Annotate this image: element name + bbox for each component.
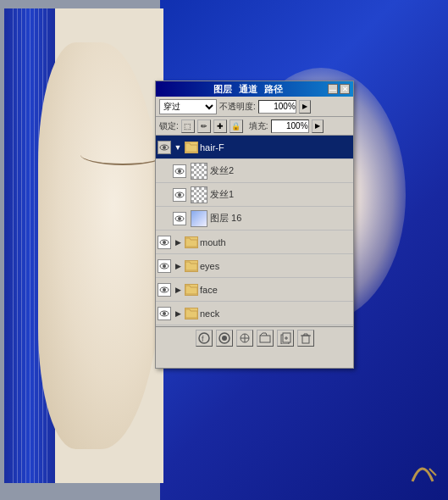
folder-icon — [185, 236, 198, 248]
layer-row[interactable]: 发丝2 — [156, 159, 353, 183]
layer-name: mouth — [200, 237, 351, 247]
panel-toolbar1: 穿过 不透明度: ▶ — [156, 97, 353, 117]
svg-point-12 — [163, 264, 166, 268]
layer-thumbnail — [191, 210, 207, 227]
svg-point-10 — [163, 241, 166, 244]
lock-pixel-button[interactable]: ✏ — [197, 119, 211, 133]
tab-paths[interactable]: 路径 — [264, 83, 283, 96]
eye-toggle[interactable] — [158, 307, 171, 320]
layer-row[interactable]: 发丝1 — [156, 183, 353, 207]
layer-row[interactable]: ▶ eyes — [156, 254, 353, 278]
svg-point-8 — [178, 217, 181, 220]
svg-rect-26 — [260, 336, 270, 342]
svg-point-14 — [163, 288, 166, 292]
fill-arrow[interactable]: ▶ — [312, 119, 324, 133]
layer-expand-arrow[interactable]: ▼ — [173, 142, 183, 153]
fill-label: 填充: — [249, 120, 268, 132]
hair-line — [30, 8, 30, 483]
svg-point-4 — [178, 169, 181, 173]
svg-point-6 — [178, 193, 181, 197]
hair-line — [13, 8, 14, 483]
svg-point-19 — [199, 333, 209, 343]
layer-name: 发丝2 — [210, 164, 351, 177]
face-area — [38, 42, 163, 449]
delete-layer-button[interactable] — [297, 330, 314, 347]
blend-mode-select[interactable]: 穿过 — [159, 99, 217, 114]
lock-label: 锁定: — [159, 120, 179, 132]
eye-toggle[interactable] — [158, 236, 171, 249]
svg-point-16 — [163, 312, 166, 315]
layer-mask-button[interactable] — [216, 330, 233, 347]
layer-row[interactable]: ▶ neck — [156, 302, 353, 325]
layer-expand-arrow[interactable]: ▶ — [173, 308, 183, 319]
lock-position-button[interactable]: ⬚ — [181, 119, 195, 133]
layer-name: 发丝1 — [210, 188, 351, 201]
layer-row[interactable]: ▶ face — [156, 278, 353, 302]
drawing-canvas — [4, 8, 163, 483]
layer-row[interactable]: ▼ hair-F — [156, 136, 353, 159]
layer-name: 图层 16 — [210, 212, 351, 225]
close-button[interactable]: ✕ — [340, 84, 350, 94]
lock-all-button[interactable]: 🔒 — [230, 119, 243, 133]
layer-thumbnail — [191, 163, 207, 180]
panel-tabs-title: 图层 通道 路径 — [213, 83, 283, 96]
layer-name: eyes — [200, 261, 351, 271]
layer-name: neck — [200, 308, 351, 319]
eye-toggle[interactable] — [158, 283, 171, 297]
minimize-button[interactable]: — — [328, 84, 338, 94]
layer-expand-arrow[interactable]: ▶ — [173, 285, 183, 295]
layer-row[interactable]: ▶ mouth — [156, 231, 353, 254]
svg-text:f: f — [202, 335, 204, 343]
opacity-input[interactable] — [258, 100, 296, 114]
tab-layers[interactable]: 图层 — [213, 83, 232, 96]
panel-bottom-toolbar: f — [156, 326, 353, 348]
svg-point-2 — [163, 146, 166, 149]
eye-toggle[interactable] — [158, 141, 171, 154]
folder-icon — [185, 260, 198, 272]
tab-channels[interactable]: 通道 — [239, 83, 257, 96]
folder-icon — [185, 308, 198, 319]
opacity-label: 不透明度: — [219, 101, 256, 113]
fill-input[interactable] — [271, 119, 309, 133]
layer-expand-arrow[interactable]: ▶ — [173, 261, 183, 271]
hair-line — [34, 8, 35, 483]
titlebar-buttons: — ✕ — [328, 84, 350, 94]
hair-line — [21, 8, 22, 483]
new-group-button[interactable] — [257, 330, 274, 347]
layer-expand-arrow[interactable]: ▶ — [173, 237, 183, 247]
layer-name: hair-F — [200, 142, 351, 153]
svg-point-22 — [222, 336, 227, 341]
layer-style-button[interactable]: f — [196, 330, 213, 347]
new-layer-button[interactable] — [277, 330, 294, 347]
eye-toggle[interactable] — [173, 188, 186, 202]
folder-icon — [185, 142, 198, 153]
eye-toggle[interactable] — [173, 212, 186, 225]
lock-move-button[interactable]: ✚ — [213, 119, 227, 133]
layers-panel: 图层 通道 路径 — ✕ 穿过 不透明度: ▶ 锁定: ⬚ ✏ ✚ 🔒 填充: … — [155, 81, 354, 369]
adjustment-layer-button[interactable] — [236, 330, 253, 347]
layer-row[interactable]: 图层 16 — [156, 207, 353, 231]
panel-toolbar2: 锁定: ⬚ ✏ ✚ 🔒 填充: ▶ — [156, 117, 353, 136]
watermark — [406, 452, 440, 492]
eye-toggle[interactable] — [158, 259, 171, 273]
opacity-arrow[interactable]: ▶ — [299, 100, 311, 114]
panel-titlebar: 图层 通道 路径 — ✕ — [156, 81, 353, 97]
hair-line — [25, 8, 26, 483]
eye-area — [80, 144, 163, 165]
layer-name: face — [200, 285, 351, 295]
hair-line — [17, 8, 18, 483]
layers-list[interactable]: ▼ hair-F 发丝2 发丝1 — [156, 136, 353, 326]
svg-rect-31 — [302, 336, 309, 343]
eye-toggle[interactable] — [173, 164, 186, 178]
layer-thumbnail — [191, 186, 207, 203]
folder-icon — [185, 284, 198, 296]
